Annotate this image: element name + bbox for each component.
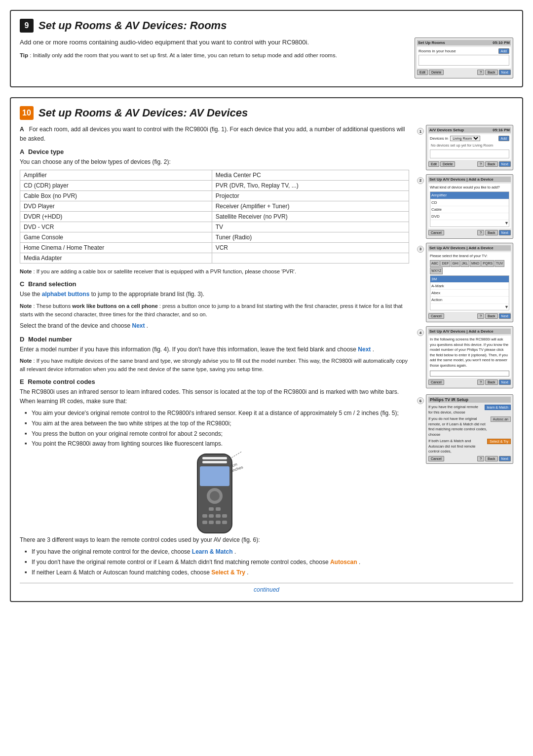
bullet-2: You aim at the area between the two whit… [25, 419, 409, 428]
screen-3-footer: Cancel ? Back Next [428, 313, 511, 319]
device-type-cell: VCR [212, 242, 409, 253]
screen-3-brand-item[interactable]: 3M [430, 276, 509, 283]
screen-1-delete[interactable]: Delete [440, 161, 455, 167]
screen-1-back[interactable]: Back [485, 161, 498, 167]
screen-3-brand-item[interactable]: Abex [430, 290, 509, 297]
screen-6-back[interactable]: Back [485, 456, 498, 461]
screen-3-brand-item[interactable]: Action [430, 297, 509, 303]
screen-idx-6: 6 [417, 397, 424, 404]
svg-rect-1 [202, 457, 227, 459]
brand-note: Note : These buttons work like buttons o… [20, 302, 409, 318]
screen-philips-ir: Philips TV IR Setup If you have the orig… [426, 394, 513, 464]
screen-4-next[interactable]: Next [499, 379, 511, 385]
rooms-back-button[interactable]: Back [485, 70, 498, 75]
screen-4-help[interactable]: ? [477, 379, 484, 385]
device-type-cell: Game Console [20, 232, 212, 242]
note-pvr-text: : If you are adding a cable box or satel… [34, 268, 297, 274]
rooms-next-button[interactable]: Next [499, 70, 511, 75]
bullet-3: You press the button on your original re… [25, 429, 409, 439]
screen-2-header: Set Up A/V Devices | Add a Device [428, 177, 511, 182]
screen-6-select-try[interactable]: Select & Try [487, 439, 511, 444]
select-try-link[interactable]: Select & Try [211, 569, 245, 576]
screen-6-learn-match[interactable]: learn & Match [485, 405, 511, 410]
rooms-help-button[interactable]: ? [477, 70, 484, 75]
screen-1-edit[interactable]: Edit [428, 161, 439, 167]
bullet-6: If you don't have the original remote co… [25, 558, 409, 567]
rooms-delete-button[interactable]: Delete [429, 70, 444, 75]
screen-6-help[interactable]: ? [477, 456, 484, 461]
svg-rect-6 [209, 507, 214, 511]
screen-2-back[interactable]: Back [485, 230, 498, 235]
device-type-cell: DVD - VCR [20, 222, 212, 232]
model-next-link[interactable]: Next [358, 346, 371, 353]
screen-3-alpha-buttons: ABCDEFGHIJKLMNOPQRSTUVWXYZ [430, 260, 509, 274]
device-type-cell: Projector [212, 190, 409, 201]
screen-4-footer: Cancel ? Back Next [428, 379, 511, 385]
screen-4-cancel[interactable]: Cancel [428, 379, 444, 385]
alpha-button[interactable]: TUV [495, 260, 504, 267]
alpha-button[interactable]: MNO [470, 260, 481, 267]
rooms-edit-button[interactable]: Edit [417, 70, 428, 75]
screen-3-brand-item[interactable]: A-Mark [430, 283, 509, 290]
bullet-7: If neither Learn & Match or Autoscan fou… [25, 568, 409, 577]
screen-3-brand-list: 3MA-MarkAbexAction▼ [430, 275, 509, 310]
screen-6-next[interactable]: Next [499, 456, 511, 461]
screen-4-back[interactable]: Back [485, 379, 498, 385]
screen-3-cancel[interactable]: Cancel [428, 313, 444, 319]
screen-2-next[interactable]: Next [499, 230, 511, 235]
screen-4-header: Set Up A/V Devices | Add a Device [428, 329, 511, 334]
learn-match-link[interactable]: Learn & Match [192, 548, 233, 555]
alpha-button[interactable]: WXYZ [430, 267, 443, 274]
device-type-cell: PVR (DVR, Tivo, Replay TV, ...) [212, 180, 409, 190]
screen-2-item[interactable]: CD [430, 199, 509, 206]
remote-image-area: 5cm 2inches [20, 452, 409, 535]
screen-2-item[interactable]: DVD [430, 213, 509, 220]
screen-1-help[interactable]: ? [477, 161, 484, 167]
rooms-add-button[interactable]: Add [498, 48, 509, 54]
screen-4-body: In the following screens the RC9800i wil… [428, 336, 511, 378]
screen-6-cancel[interactable]: Cancel [428, 456, 444, 461]
device-type-cell [212, 253, 409, 263]
device-type-cell: Satellite Receiver (no PVR) [212, 211, 409, 222]
screen-2-cancel[interactable]: Cancel [428, 230, 444, 235]
screen-4-text: In the following screens the RC9800i wil… [430, 337, 509, 368]
brand-next-link[interactable]: Next [132, 322, 145, 329]
screen-idx-1: 1 [417, 128, 424, 135]
alphabet-buttons-link[interactable]: alphabet buttons [42, 291, 90, 298]
room-select[interactable]: Living Room [450, 136, 480, 141]
scroll-down-icon: ▼ [430, 304, 509, 310]
remote-codes-bullets: You aim your device's original remote co… [25, 409, 409, 448]
section-9-screens: Set Up Rooms 05:10 PM Rooms in your hous… [415, 38, 513, 78]
bullet-4: You point the RC9800i away from lighting… [25, 439, 409, 449]
screen-1-add-button[interactable]: Add [498, 136, 509, 141]
alpha-button[interactable]: GHI [451, 260, 459, 267]
section-bottom-line [20, 583, 513, 583]
screen-idx-2: 2 [417, 177, 424, 184]
screen-av-devices-setup: A/V Devices Setup 05:16 PM Devices in Li… [426, 125, 513, 170]
brand-selection-title: Brand selection [28, 280, 76, 288]
screen-3-next[interactable]: Next [499, 313, 511, 319]
alpha-button[interactable]: ABC [430, 260, 440, 267]
screen-6-title: Philips TV IR Setup [428, 397, 511, 403]
screen-6-footer: Cancel ? Back Next [428, 456, 511, 461]
screen-2-body: What kind of device would you like to ad… [428, 184, 511, 228]
screen-2-item[interactable]: Cable [430, 206, 509, 213]
screen-6-autoscan[interactable]: Autosc.an [491, 416, 511, 422]
model-number-input[interactable] [430, 371, 509, 377]
screen-6-row2: If you do not have the original remote, … [428, 416, 511, 437]
screen-2-footer: Cancel ? Back Next [428, 230, 511, 235]
screen-2-item[interactable]: Amplifier [430, 192, 509, 199]
screen-3-body: Please select the brand of your TV: ABCD… [428, 252, 511, 312]
screen-4-title: Set Up A/V Devices | Add a Device [429, 329, 494, 334]
autoscan-link[interactable]: Autoscan [330, 559, 357, 566]
screen-2-help[interactable]: ? [477, 230, 484, 235]
section-10-screens: 1 A/V Devices Setup 05:16 PM Devices in … [417, 125, 513, 580]
alpha-button[interactable]: DEF [440, 260, 450, 267]
alpha-button[interactable]: PQRS [481, 260, 494, 267]
screen-3-help[interactable]: ? [477, 313, 484, 319]
alpha-button[interactable]: JKL [460, 260, 469, 267]
remote-codes-label: E Remote control codes [20, 378, 409, 385]
screen-rooms-row: Rooms in your house Add [419, 48, 509, 54]
screen-3-back[interactable]: Back [485, 313, 498, 319]
screen-1-next[interactable]: Next [499, 161, 511, 167]
